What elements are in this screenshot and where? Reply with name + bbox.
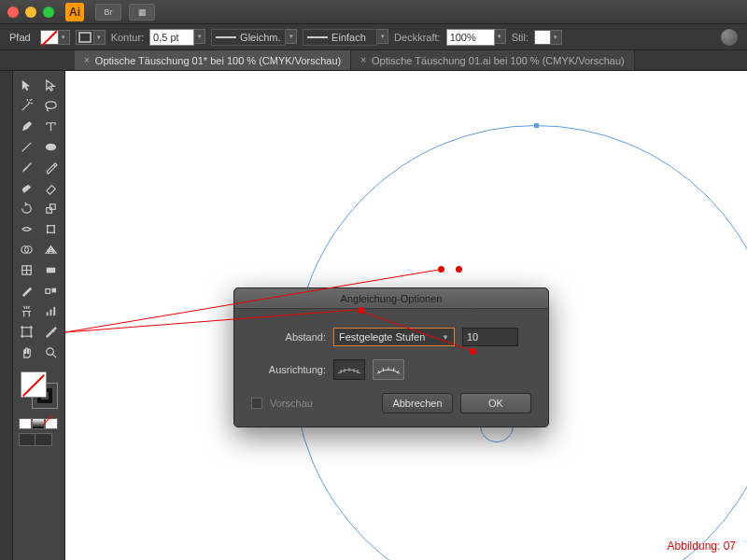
- scale-tool[interactable]: [39, 198, 63, 218]
- fill-swatch[interactable]: [40, 30, 59, 45]
- bridge-button[interactable]: Br: [95, 4, 121, 21]
- cancel-button[interactable]: Abbrechen: [382, 393, 453, 413]
- full-screen-mode[interactable]: [35, 433, 52, 446]
- ellipse-tool[interactable]: [39, 136, 63, 157]
- blend-tool[interactable]: [39, 280, 63, 301]
- graphic-style-swatch[interactable]: [534, 30, 551, 45]
- orientation-path-button[interactable]: [373, 359, 404, 380]
- control-bar: Pfad ▾ ▾ Kontur: 0,5 pt ▾ Gleichm. ▾ Ein…: [0, 24, 747, 50]
- selection-tool[interactable]: [15, 75, 39, 95]
- hand-tool[interactable]: [15, 342, 39, 362]
- spacing-mode-select[interactable]: Festgelegte Stufen ▼: [333, 328, 455, 346]
- annotation-dot: [456, 266, 462, 273]
- direct-selection-tool[interactable]: [39, 75, 63, 95]
- mesh-tool[interactable]: [15, 259, 39, 280]
- annotation-dot: [438, 266, 444, 273]
- pen-tool[interactable]: [15, 116, 39, 136]
- svg-rect-2: [49, 203, 55, 209]
- window-controls: [7, 7, 54, 18]
- style-label: Stil:: [512, 32, 529, 43]
- fill-stroke-indicator[interactable]: [15, 368, 63, 413]
- svg-point-18: [47, 347, 54, 355]
- ok-button[interactable]: OK: [460, 393, 531, 413]
- minimize-window-button[interactable]: [25, 7, 36, 18]
- svg-rect-16: [53, 306, 55, 315]
- line-tool[interactable]: [15, 136, 39, 157]
- opacity-input[interactable]: 100%: [446, 29, 495, 46]
- stroke-dropdown[interactable]: ▾: [94, 30, 106, 45]
- blob-brush-tool[interactable]: [15, 177, 39, 198]
- stroke-weight-input[interactable]: 0,5 pt: [149, 29, 194, 46]
- panel-dock-strip[interactable]: [0, 71, 13, 560]
- document-tab[interactable]: × Optische Täuschung 01* bei 100 % (CMYK…: [75, 50, 351, 70]
- dialog-title: Angleichung-Optionen: [234, 288, 548, 309]
- app-icon: Ai: [65, 3, 84, 21]
- annotation-dot: [358, 307, 364, 314]
- slice-tool[interactable]: [39, 321, 63, 342]
- svg-point-4: [47, 224, 49, 226]
- figure-caption: Abbildung: 07: [668, 539, 736, 553]
- close-tab-icon[interactable]: ×: [84, 55, 90, 65]
- shape-builder-tool[interactable]: [15, 239, 39, 259]
- document-tab[interactable]: × Optische Täuschung 01.ai bei 100 % (CM…: [351, 50, 635, 70]
- orientation-label: Ausrichtung:: [251, 364, 326, 375]
- artboard-tool[interactable]: [15, 321, 39, 342]
- width-tool[interactable]: [15, 218, 39, 239]
- opacity-dropdown[interactable]: ▾: [495, 29, 506, 44]
- canvas[interactable]: Angleichung-Optionen Abstand: Festgelegt…: [65, 71, 747, 560]
- svg-rect-3: [48, 225, 55, 232]
- anchor-point[interactable]: [534, 123, 539, 128]
- close-tab-icon[interactable]: ×: [360, 55, 366, 65]
- paintbrush-tool[interactable]: [15, 157, 39, 177]
- svg-rect-1: [47, 207, 52, 213]
- svg-point-7: [53, 231, 55, 233]
- type-tool[interactable]: [39, 116, 63, 136]
- object-type-label: Pfad: [6, 32, 35, 43]
- eraser-tool[interactable]: [39, 177, 63, 198]
- svg-rect-13: [51, 287, 56, 292]
- rotate-tool[interactable]: [15, 198, 39, 218]
- zoom-window-button[interactable]: [43, 7, 54, 18]
- free-transform-tool[interactable]: [39, 218, 63, 239]
- svg-rect-11: [47, 267, 55, 273]
- magic-wand-tool[interactable]: [15, 95, 39, 116]
- none-mode-button[interactable]: [45, 418, 58, 429]
- opacity-label: Deckkraft:: [394, 32, 441, 43]
- stroke-profile-dropdown[interactable]: ▾: [286, 29, 297, 44]
- stroke-swatch[interactable]: [76, 30, 94, 45]
- graphic-style-dropdown[interactable]: ▾: [551, 30, 562, 45]
- tools-panel: [13, 71, 65, 560]
- close-window-button[interactable]: [7, 7, 19, 18]
- normal-screen-mode[interactable]: [19, 433, 35, 446]
- symbol-sprayer-tool[interactable]: [15, 301, 39, 321]
- annotation-dot: [470, 348, 476, 355]
- stroke-profile-select[interactable]: Gleichm.: [211, 29, 286, 46]
- spacing-value-input[interactable]: 10: [462, 328, 518, 346]
- stroke-label: Kontur:: [111, 32, 144, 43]
- titlebar: Ai Br ▦: [0, 0, 747, 24]
- color-mode-button[interactable]: [19, 418, 32, 429]
- svg-point-6: [47, 231, 49, 233]
- preview-checkbox[interactable]: [251, 398, 262, 409]
- blend-options-dialog: Angleichung-Optionen Abstand: Festgelegt…: [233, 287, 549, 427]
- svg-rect-12: [46, 288, 50, 293]
- brush-select[interactable]: Einfach: [303, 29, 377, 46]
- zoom-tool[interactable]: [39, 342, 63, 362]
- tab-label: Optische Täuschung 01.ai bei 100 % (CMYK…: [372, 55, 625, 66]
- document-tab-bar: × Optische Täuschung 01* bei 100 % (CMYK…: [0, 50, 747, 71]
- pencil-tool[interactable]: [39, 157, 63, 177]
- gradient-tool[interactable]: [39, 259, 63, 280]
- fill-dropdown[interactable]: ▾: [59, 30, 70, 45]
- spacing-label: Abstand:: [251, 331, 326, 343]
- eyedropper-tool[interactable]: [15, 280, 39, 301]
- perspective-grid-tool[interactable]: [39, 239, 63, 259]
- orientation-page-button[interactable]: [333, 359, 365, 380]
- svg-point-0: [46, 143, 56, 150]
- stroke-weight-stepper[interactable]: ▾: [194, 29, 205, 44]
- lasso-tool[interactable]: [39, 95, 63, 116]
- fill-indicator[interactable]: [21, 371, 47, 398]
- document-setup-icon[interactable]: [721, 29, 738, 46]
- column-graph-tool[interactable]: [39, 301, 63, 321]
- brush-dropdown[interactable]: ▾: [377, 29, 388, 44]
- arrange-docs-button[interactable]: ▦: [129, 4, 155, 21]
